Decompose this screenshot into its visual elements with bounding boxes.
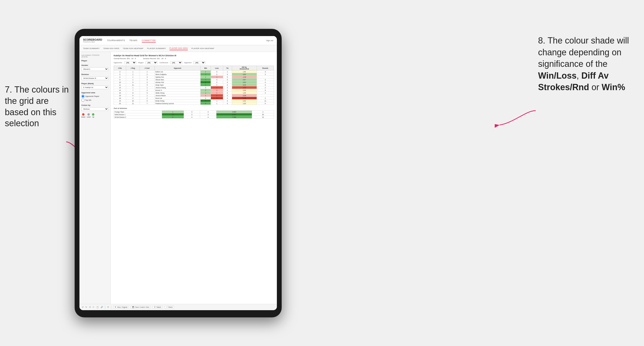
cell-conf: 1 [140, 70, 154, 73]
cell-div: 16 [114, 94, 126, 97]
subnav-player-summary[interactable]: PLAYER SUMMARY [147, 47, 166, 50]
cell-div: 18 [114, 97, 126, 100]
cell-diff: 4.500 [216, 111, 252, 113]
colour-legend: Down Level Up [81, 113, 108, 118]
radio-opponents-played[interactable] [81, 95, 84, 98]
sidebar-opponent-view-label: Opponent view [81, 92, 108, 94]
cell-tie: 0 [200, 113, 216, 116]
cut-icon[interactable]: ✂ [93, 306, 94, 308]
filter-region-select[interactable]: (All) [146, 61, 158, 64]
nav-sign-out[interactable]: Sign out [266, 39, 273, 42]
cell-reg: 9 [126, 94, 140, 97]
col-conf: # Conf [140, 66, 154, 70]
watch-button[interactable]: 👁 Watch [153, 306, 163, 309]
cell-opponent: NCAA Division 2 [114, 116, 162, 119]
cell-opponent: Alexis Sudjianto [154, 73, 200, 76]
nav-committee[interactable]: COMMITTEE [142, 39, 156, 42]
cell-rounds: 4 [257, 70, 274, 73]
cell-diff: -1.00 [232, 76, 257, 78]
sidebar-radio-top100[interactable]: Top 100 [81, 99, 108, 102]
nav-tournaments[interactable]: TOURNAMENTS [107, 39, 125, 42]
undo-icon[interactable]: ↺ [82, 306, 84, 308]
cell-win: 0 [200, 97, 211, 100]
cell-loss: 1 [211, 100, 223, 102]
sidebar-gender-select[interactable]: Women's [81, 67, 108, 71]
cell-opponent: NAIA Division 1 [114, 113, 162, 116]
subnav-team-h2h-grid[interactable]: TEAM H2H GRID [103, 47, 120, 50]
grid-title: Katelyn Vo Head-to-Head Grid for Women's… [114, 54, 274, 57]
subnav-player-h2h-grid[interactable]: PLAYER H2H GRID [170, 47, 188, 50]
sidebar-timestamp: Last Updated: 27/03/2024 16:55:38 [81, 54, 108, 58]
filter-conference-select[interactable]: (All) [170, 61, 182, 64]
filter-region-label: Region [138, 62, 144, 63]
logo-sub-text: Powered by clippd [83, 41, 102, 43]
cell-rounds: 4 [257, 81, 274, 84]
sidebar-colour-by-select[interactable]: Win/loss [81, 107, 108, 111]
col-reg: # Reg [126, 66, 140, 70]
cell-conf: 5 [140, 92, 154, 94]
sidebar: Last Updated: 27/03/2024 16:55:38 Player… [80, 52, 111, 304]
table-row: 9 1 4 Sharon Mun 1 0 0 3.67 3 [114, 78, 274, 81]
cell-conf: 1 [140, 94, 154, 97]
paste-icon[interactable]: 📋 [96, 306, 99, 308]
grid-records: Overall Record: 353 - 34 - 6 Division Re… [114, 57, 274, 60]
subnav-player-h2h-heatmap[interactable]: PLAYER H2H HEATMAP [192, 47, 214, 50]
link-icon[interactable]: 🔗 [101, 306, 103, 308]
cell-loss: 0 [211, 81, 223, 84]
clock-icon[interactable]: ⏱ [107, 306, 109, 308]
cell-tie: 0 [223, 84, 232, 86]
sidebar-timestamp-time: 16:55:38 [81, 56, 108, 58]
cell-tie: 0 [223, 102, 232, 105]
radio-top100[interactable] [81, 99, 84, 102]
table-row: 6 1 3 Sydney Kuo 1 1 0 -1.00 [114, 76, 274, 78]
out-of-division-header: Out of division [114, 107, 274, 109]
nav-bar: SCOREBOARD Powered by clippd TOURNAMENTS… [80, 36, 277, 45]
save-custom-button[interactable]: 💾 Save Custom View [131, 306, 151, 309]
share-button[interactable]: ↗ Share [165, 306, 174, 309]
sidebar-player-rank-select[interactable]: 8. Katelyn Vo [81, 86, 108, 89]
sidebar-opponent-view-section: Opponent view Opponents Played Top 100 [81, 92, 108, 102]
subnav-team-h2h-heatmap[interactable]: TEAM H2H HEATMAP [123, 47, 144, 50]
cell-reg: 10 [126, 100, 140, 102]
cell-win: 4 [200, 100, 211, 102]
cell-opponent: Eunice Yi [154, 89, 200, 92]
view-original-button[interactable]: 👁 View: Original [113, 306, 129, 309]
filter-opponent-select[interactable]: (All) [193, 61, 205, 64]
sidebar-radio-opponents-played[interactable]: Opponents Played [81, 95, 108, 98]
cell-reg: 11 [126, 102, 140, 105]
col-div: # Div [114, 66, 126, 70]
redo-icon[interactable]: ↻ [86, 306, 87, 308]
undo2-icon[interactable]: ↺ [89, 306, 91, 308]
cell-diff: 0.30 [232, 100, 257, 102]
cell-tie: 0 [223, 76, 232, 78]
cell-rounds: 3 [257, 84, 274, 86]
annotation-left: 7. The colours in the grid are based on … [5, 84, 72, 129]
cell-rounds: 10 [252, 116, 274, 119]
cell-conf: 2 [140, 97, 154, 100]
filter-opponents-select[interactable]: (All) [124, 61, 136, 64]
col-loss: Loss [211, 66, 223, 70]
tablet-screen: SCOREBOARD Powered by clippd TOURNAMENTS… [80, 36, 277, 310]
watch-label: Watch [156, 306, 161, 308]
division-record-label: Division Record: [143, 57, 156, 60]
nav-teams[interactable]: TEAMS [129, 39, 138, 42]
sidebar-division-select[interactable]: NCAA Division III [81, 76, 108, 80]
cell-loss: 5 [211, 97, 223, 100]
cell-loss: 0 [184, 116, 200, 119]
cell-rounds: 2 [257, 97, 274, 100]
cell-diff: 1.25 [232, 92, 257, 94]
overall-record: Overall Record: 353 - 34 - 6 [114, 57, 136, 60]
cell-diff: 1.50 [232, 70, 257, 73]
view-original-label: View: Original [117, 306, 127, 308]
sidebar-division-label: Division [81, 73, 108, 75]
logo: SCOREBOARD Powered by clippd [83, 38, 102, 43]
cell-reg: 1 [126, 70, 140, 73]
cell-opponent: Foreign Team [114, 111, 162, 113]
cell-conf: 4 [140, 78, 154, 81]
table-row: NCAA Division 2 5 0 0 7.400 10 [114, 116, 274, 119]
subnav-team-summary[interactable]: TEAM SUMMARY [83, 47, 100, 50]
cell-opponent: Heejo Hyun [154, 84, 200, 86]
cell-reg: 1 [126, 76, 140, 78]
cell-tie: 0 [223, 100, 232, 102]
cell-diff: -3.00 [232, 86, 257, 89]
